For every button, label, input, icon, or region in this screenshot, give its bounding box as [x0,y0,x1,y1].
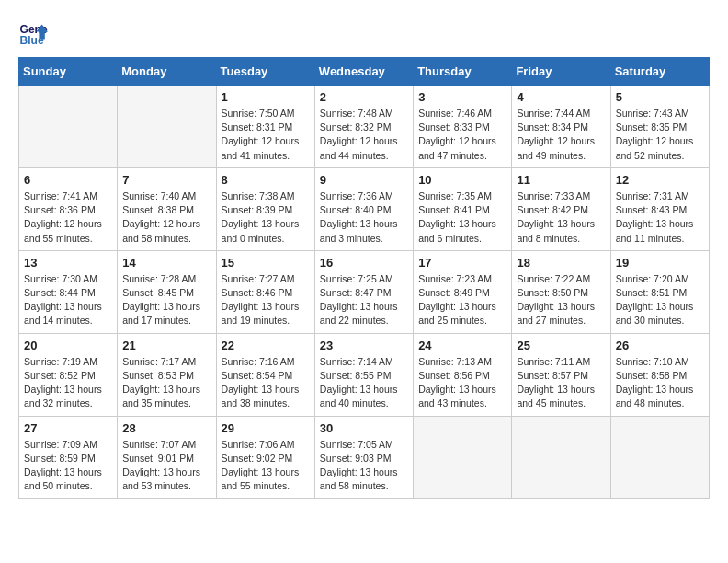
day-info: Sunrise: 7:27 AM Sunset: 8:46 PM Dayligh… [222,272,310,328]
day-info: Sunrise: 7:36 AM Sunset: 8:40 PM Dayligh… [320,190,408,246]
calendar-cell: 15Sunrise: 7:27 AM Sunset: 8:46 PM Dayli… [216,250,314,333]
calendar-cell: 29Sunrise: 7:06 AM Sunset: 9:02 PM Dayli… [216,416,314,499]
day-number: 13 [24,256,112,270]
calendar-cell: 30Sunrise: 7:05 AM Sunset: 9:03 PM Dayli… [314,416,413,499]
calendar-cell: 27Sunrise: 7:09 AM Sunset: 8:59 PM Dayli… [19,416,118,499]
weekday-header-row: SundayMondayTuesdayWednesdayThursdayFrid… [19,58,710,86]
day-info: Sunrise: 7:44 AM Sunset: 8:34 PM Dayligh… [517,107,605,163]
day-info: Sunrise: 7:22 AM Sunset: 8:50 PM Dayligh… [517,272,605,328]
calendar-cell [118,86,216,168]
day-info: Sunrise: 7:06 AM Sunset: 9:02 PM Dayligh… [222,438,310,494]
day-info: Sunrise: 7:46 AM Sunset: 8:33 PM Dayligh… [418,107,506,163]
day-number: 18 [517,256,605,270]
day-number: 14 [122,256,210,270]
day-info: Sunrise: 7:16 AM Sunset: 8:54 PM Dayligh… [222,355,310,411]
calendar-cell: 26Sunrise: 7:10 AM Sunset: 8:58 PM Dayli… [610,333,709,416]
day-info: Sunrise: 7:50 AM Sunset: 8:31 PM Dayligh… [222,107,310,163]
calendar-cell: 28Sunrise: 7:07 AM Sunset: 9:01 PM Dayli… [118,416,216,499]
calendar-cell: 12Sunrise: 7:31 AM Sunset: 8:43 PM Dayli… [610,167,709,250]
calendar-cell [610,416,709,499]
calendar-cell [19,86,118,168]
calendar-cell: 18Sunrise: 7:22 AM Sunset: 8:50 PM Dayli… [512,250,610,333]
calendar-cell: 13Sunrise: 7:30 AM Sunset: 8:44 PM Dayli… [19,250,118,333]
day-info: Sunrise: 7:11 AM Sunset: 8:57 PM Dayligh… [517,355,605,411]
page-header: General Blue [18,18,710,48]
day-number: 25 [517,339,605,352]
day-number: 16 [320,256,408,270]
day-number: 26 [616,339,704,352]
day-info: Sunrise: 7:20 AM Sunset: 8:51 PM Dayligh… [616,272,704,328]
weekday-header-sunday: Sunday [19,58,118,86]
day-number: 3 [418,90,506,104]
logo: General Blue [18,18,48,48]
weekday-header-tuesday: Tuesday [216,58,314,86]
calendar-cell: 4Sunrise: 7:44 AM Sunset: 8:34 PM Daylig… [512,86,610,168]
calendar-cell [512,416,610,499]
calendar-cell: 8Sunrise: 7:38 AM Sunset: 8:39 PM Daylig… [216,167,314,250]
week-row-2: 6Sunrise: 7:41 AM Sunset: 8:36 PM Daylig… [19,167,710,250]
calendar-cell: 1Sunrise: 7:50 AM Sunset: 8:31 PM Daylig… [216,86,314,168]
day-number: 12 [616,173,704,187]
calendar-table: SundayMondayTuesdayWednesdayThursdayFrid… [18,57,710,499]
calendar-cell: 7Sunrise: 7:40 AM Sunset: 8:38 PM Daylig… [118,167,216,250]
week-row-4: 20Sunrise: 7:19 AM Sunset: 8:52 PM Dayli… [19,333,710,416]
week-row-5: 27Sunrise: 7:09 AM Sunset: 8:59 PM Dayli… [19,416,710,499]
calendar-cell: 20Sunrise: 7:19 AM Sunset: 8:52 PM Dayli… [19,333,118,416]
day-info: Sunrise: 7:09 AM Sunset: 8:59 PM Dayligh… [24,438,112,494]
day-number: 17 [418,256,506,270]
day-number: 15 [222,256,310,270]
day-number: 19 [616,256,704,270]
day-number: 21 [122,339,210,352]
day-number: 22 [222,339,310,352]
weekday-header-wednesday: Wednesday [314,58,413,86]
week-row-3: 13Sunrise: 7:30 AM Sunset: 8:44 PM Dayli… [19,250,710,333]
weekday-header-saturday: Saturday [610,58,709,86]
day-number: 24 [418,339,506,352]
calendar-cell: 5Sunrise: 7:43 AM Sunset: 8:35 PM Daylig… [610,86,709,168]
calendar-cell: 19Sunrise: 7:20 AM Sunset: 8:51 PM Dayli… [610,250,709,333]
day-info: Sunrise: 7:41 AM Sunset: 8:36 PM Dayligh… [24,190,112,246]
weekday-header-thursday: Thursday [414,58,512,86]
day-info: Sunrise: 7:30 AM Sunset: 8:44 PM Dayligh… [24,272,112,328]
day-info: Sunrise: 7:17 AM Sunset: 8:53 PM Dayligh… [122,355,210,411]
calendar-cell: 21Sunrise: 7:17 AM Sunset: 8:53 PM Dayli… [118,333,216,416]
calendar-cell: 9Sunrise: 7:36 AM Sunset: 8:40 PM Daylig… [314,167,413,250]
calendar-cell: 10Sunrise: 7:35 AM Sunset: 8:41 PM Dayli… [414,167,512,250]
calendar-cell: 6Sunrise: 7:41 AM Sunset: 8:36 PM Daylig… [19,167,118,250]
calendar-cell: 17Sunrise: 7:23 AM Sunset: 8:49 PM Dayli… [414,250,512,333]
day-number: 6 [24,173,112,187]
calendar-cell: 24Sunrise: 7:13 AM Sunset: 8:56 PM Dayli… [414,333,512,416]
calendar-cell [414,416,512,499]
calendar-cell: 23Sunrise: 7:14 AM Sunset: 8:55 PM Dayli… [314,333,413,416]
day-number: 9 [320,173,408,187]
day-number: 2 [320,90,408,104]
calendar-cell: 11Sunrise: 7:33 AM Sunset: 8:42 PM Dayli… [512,167,610,250]
day-info: Sunrise: 7:33 AM Sunset: 8:42 PM Dayligh… [517,190,605,246]
day-info: Sunrise: 7:43 AM Sunset: 8:35 PM Dayligh… [616,107,704,163]
calendar-cell: 2Sunrise: 7:48 AM Sunset: 8:32 PM Daylig… [314,86,413,168]
day-info: Sunrise: 7:07 AM Sunset: 9:01 PM Dayligh… [122,438,210,494]
calendar-cell: 14Sunrise: 7:28 AM Sunset: 8:45 PM Dayli… [118,250,216,333]
day-number: 7 [122,173,210,187]
day-number: 23 [320,339,408,352]
day-number: 28 [122,421,210,435]
day-info: Sunrise: 7:23 AM Sunset: 8:49 PM Dayligh… [418,272,506,328]
day-number: 29 [222,421,310,435]
day-number: 11 [517,173,605,187]
day-info: Sunrise: 7:28 AM Sunset: 8:45 PM Dayligh… [122,272,210,328]
day-info: Sunrise: 7:13 AM Sunset: 8:56 PM Dayligh… [418,355,506,411]
week-row-1: 1Sunrise: 7:50 AM Sunset: 8:31 PM Daylig… [19,86,710,168]
day-info: Sunrise: 7:48 AM Sunset: 8:32 PM Dayligh… [320,107,408,163]
calendar-cell: 3Sunrise: 7:46 AM Sunset: 8:33 PM Daylig… [414,86,512,168]
day-info: Sunrise: 7:14 AM Sunset: 8:55 PM Dayligh… [320,355,408,411]
day-number: 4 [517,90,605,104]
weekday-header-friday: Friday [512,58,610,86]
calendar-cell: 16Sunrise: 7:25 AM Sunset: 8:47 PM Dayli… [314,250,413,333]
day-info: Sunrise: 7:10 AM Sunset: 8:58 PM Dayligh… [616,355,704,411]
day-info: Sunrise: 7:35 AM Sunset: 8:41 PM Dayligh… [418,190,506,246]
day-number: 5 [616,90,704,104]
day-number: 1 [222,90,310,104]
day-number: 20 [24,339,112,352]
day-info: Sunrise: 7:05 AM Sunset: 9:03 PM Dayligh… [320,438,408,494]
day-number: 27 [24,421,112,435]
